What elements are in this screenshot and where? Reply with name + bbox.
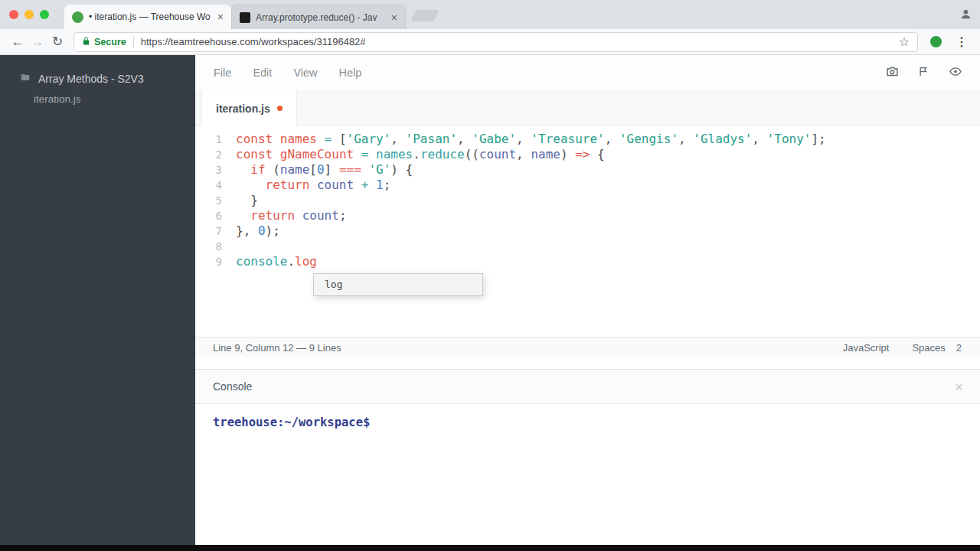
extension-icon[interactable]	[930, 36, 942, 47]
code-line[interactable]: 6 return count;	[195, 208, 980, 223]
code-line[interactable]: 9console.log	[195, 254, 980, 269]
browser-tab-workspace[interactable]: • iteration.js — Treehouse Wo ×	[64, 5, 231, 29]
bookmark-star-icon[interactable]: ☆	[899, 34, 910, 49]
code-text: const gNameCount = names.reduce((count, …	[222, 147, 605, 162]
camera-icon[interactable]	[885, 65, 900, 81]
menu-view[interactable]: View	[293, 67, 317, 79]
browser-tab-title: • iteration.js — Treehouse Wo	[89, 11, 212, 22]
editor-tab-bar: iteration.js	[195, 90, 980, 126]
autocomplete-popup: log	[313, 273, 483, 296]
editor-status-bar: Line 9, Column 12 — 9 Lines JavaScript S…	[195, 337, 980, 357]
status-right: JavaScript Spaces 2	[843, 342, 962, 354]
bottom-video-bar	[0, 545, 980, 551]
cursor-position-label: Line 9, Column 12 — 9 Lines	[213, 342, 341, 354]
indent-type-selector[interactable]: Spaces	[912, 342, 945, 354]
line-number: 2	[195, 147, 222, 162]
mdn-favicon-icon	[240, 12, 250, 23]
code-line[interactable]: 8	[195, 239, 980, 254]
code-text: if (name[0] === 'G') {	[222, 162, 413, 178]
profile-icon[interactable]	[959, 8, 972, 24]
workspace-app: Array Methods - S2V3 iteration.js File E…	[0, 55, 980, 545]
workspace-toolbar-icons	[885, 65, 980, 81]
line-number: 5	[195, 193, 222, 208]
line-number: 1	[195, 132, 222, 147]
console-panel: Console × treehouse:~/workspace$	[195, 369, 980, 545]
omnibox-divider	[133, 36, 134, 48]
code-text: console.log	[222, 254, 317, 269]
url-text: https://teamtreehouse.com/workspaces/311…	[141, 36, 366, 47]
browser-toolbar: ← → ↻ Secure https://teamtreehouse.com/w…	[0, 29, 980, 55]
code-line[interactable]: 4 return count + 1;	[195, 178, 980, 193]
browser-tab-mdn[interactable]: Array.prototype.reduce() - Jav ×	[231, 5, 406, 29]
terminal-prompt: treehouse:~/workspace$	[213, 416, 370, 429]
console-header: Console ×	[195, 370, 980, 404]
code-text: return count + 1;	[222, 178, 390, 193]
reload-icon[interactable]: ↻	[47, 34, 67, 50]
menu-edit[interactable]: Edit	[253, 67, 272, 79]
chrome-menu-icon[interactable]: ⋮	[951, 34, 972, 49]
line-number: 3	[195, 162, 222, 178]
indent-size-selector[interactable]: 2	[956, 342, 962, 354]
code-text: }	[222, 193, 258, 208]
tab-close-icon[interactable]: ×	[391, 12, 397, 23]
sidebar-file-iteration-js[interactable]: iteration.js	[0, 93, 195, 105]
terminal[interactable]: treehouse:~/workspace$	[195, 404, 980, 545]
workspace-main: File Edit View Help iteration.js	[195, 55, 980, 545]
code-line[interactable]: 7}, 0);	[195, 223, 980, 239]
line-number: 9	[195, 254, 222, 269]
code-editor[interactable]: 1const names = ['Gary', 'Pasan', 'Gabe',…	[195, 126, 980, 337]
address-bar[interactable]: Secure https://teamtreehouse.com/workspa…	[74, 32, 918, 52]
line-number: 4	[195, 178, 222, 193]
code-line[interactable]: 2const gNameCount = names.reduce((count,…	[195, 147, 980, 162]
back-icon[interactable]: ←	[8, 34, 28, 50]
eye-icon[interactable]	[948, 65, 963, 81]
unsaved-dot-icon	[277, 106, 283, 111]
menu-bar: File Edit View Help	[195, 55, 980, 90]
tab-close-icon[interactable]: ×	[217, 11, 224, 22]
browser-tabs: • iteration.js — Treehouse Wo × Array.pr…	[64, 0, 980, 29]
code-line[interactable]: 5 }	[195, 193, 980, 208]
code-text: }, 0);	[222, 223, 280, 239]
autocomplete-item-log[interactable]: log	[314, 274, 482, 295]
language-selector[interactable]: JavaScript	[843, 342, 890, 354]
menu-file[interactable]: File	[214, 67, 231, 79]
file-sidebar: Array Methods - S2V3 iteration.js	[0, 55, 195, 545]
security-label: Secure	[94, 37, 126, 47]
browser-tab-title: Array.prototype.reduce() - Jav	[256, 12, 386, 23]
flag-icon[interactable]	[918, 65, 929, 81]
window-close-button[interactable]	[9, 10, 18, 19]
code-text: return count;	[222, 208, 347, 223]
browser-tab-strip: • iteration.js — Treehouse Wo × Array.pr…	[0, 0, 980, 29]
window-zoom-button[interactable]	[40, 10, 49, 19]
window-minimize-button[interactable]	[24, 10, 34, 19]
window-controls	[9, 10, 49, 19]
folder-icon	[20, 72, 31, 86]
console-tab[interactable]: Console	[213, 380, 252, 393]
menu-help[interactable]: Help	[339, 67, 362, 79]
code-lines: 1const names = ['Gary', 'Pasan', 'Gabe',…	[195, 132, 980, 269]
line-number: 6	[195, 208, 222, 223]
forward-icon[interactable]: →	[28, 34, 47, 50]
treehouse-favicon-icon	[72, 11, 83, 23]
editor-tab-label: iteration.js	[216, 103, 270, 115]
sidebar-project[interactable]: Array Methods - S2V3	[0, 72, 195, 86]
new-tab-button[interactable]	[411, 10, 439, 21]
lock-icon	[82, 35, 90, 49]
line-number: 8	[195, 239, 222, 254]
panel-spacer	[195, 357, 980, 369]
project-name: Array Methods - S2V3	[38, 73, 144, 85]
code-text	[222, 239, 236, 254]
code-text: const names = ['Gary', 'Pasan', 'Gabe', …	[222, 132, 826, 147]
line-number: 7	[195, 223, 222, 239]
code-line[interactable]: 3 if (name[0] === 'G') {	[195, 162, 980, 178]
console-close-icon[interactable]: ×	[955, 380, 963, 394]
code-line[interactable]: 1const names = ['Gary', 'Pasan', 'Gabe',…	[195, 132, 980, 147]
editor-tab-iteration-js[interactable]: iteration.js	[201, 90, 297, 126]
